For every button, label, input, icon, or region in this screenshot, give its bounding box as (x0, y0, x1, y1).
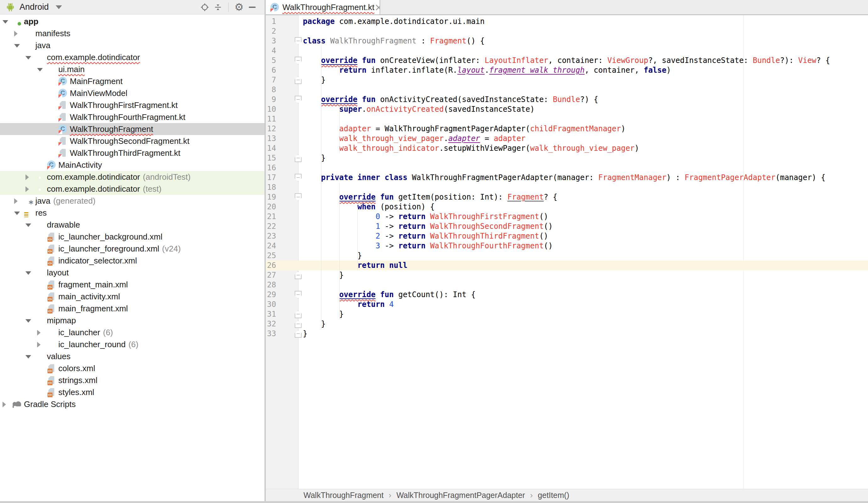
tree-row[interactable]: java (0, 39, 265, 51)
code-line[interactable]: 7 } (266, 75, 868, 85)
tree-row[interactable]: WalkThroughSecondFragment.kt (0, 135, 265, 147)
code-line[interactable]: 25 } (266, 251, 868, 261)
code-line[interactable]: 8 (266, 85, 868, 95)
project-view-selector[interactable]: Android (20, 2, 62, 12)
tree-row[interactable]: ic_launcher_foreground.xml(v24) (0, 243, 265, 255)
tree-row[interactable]: com.example.dotindicator(test) (0, 183, 265, 195)
code-line[interactable]: 18 (266, 183, 868, 192)
breadcrumb-item[interactable]: getItem() (538, 491, 569, 500)
tree-row[interactable]: res (0, 207, 265, 219)
tree-row[interactable]: ic_launcher(6) (0, 326, 265, 338)
chevron-down-icon[interactable] (25, 355, 31, 359)
code-line[interactable]: 12 adapter = WalkThroughFragmentPagerAda… (266, 124, 868, 134)
tree-row[interactable]: com.example.dotindicator(androidTest) (0, 171, 265, 183)
chevron-right-icon[interactable] (2, 402, 6, 407)
tree-row[interactable]: Gradle Scripts (0, 398, 265, 410)
code-line[interactable]: 4 (266, 46, 868, 56)
tree-row[interactable]: strings.xml (0, 374, 265, 386)
code-line[interactable]: 3class WalkThroughFragment : Fragment() … (266, 36, 868, 46)
code-line[interactable]: 11 (266, 114, 868, 124)
collapse-all-button[interactable] (211, 1, 225, 13)
tree-row[interactable]: WalkThroughFragment (0, 123, 265, 135)
code-line[interactable]: 6 return inflater.inflate(R.layout.fragm… (266, 66, 868, 75)
chevron-down-icon[interactable] (25, 223, 31, 227)
chevron-down-icon[interactable] (14, 212, 20, 215)
tree-row[interactable]: MainActivity (0, 159, 265, 171)
chevron-right-icon[interactable] (25, 174, 29, 180)
code-line[interactable]: 21 0 -> return WalkThroughFirstFragment(… (266, 212, 868, 222)
code-line[interactable]: 17 private inner class WalkThroughFragme… (266, 173, 868, 183)
code-line[interactable]: 15 } (266, 153, 868, 163)
chevron-down-icon[interactable] (2, 20, 8, 23)
code-line[interactable]: 19 override fun getItem(position: Int): … (266, 192, 868, 202)
code-editor[interactable]: 1package com.example.dotindicator.ui.mai… (266, 15, 868, 489)
tree-row[interactable]: main_fragment.xml (0, 302, 265, 314)
chevron-right-icon[interactable] (14, 31, 18, 37)
tree-item-text: WalkThroughThirdFragment.kt (70, 148, 180, 158)
tree-row[interactable]: com.example.dotindicator (0, 51, 265, 63)
chevron-down-icon[interactable] (25, 319, 31, 323)
tree-row[interactable]: java(generated) (0, 195, 265, 207)
tree-row[interactable]: drawable (0, 219, 265, 231)
chevron-right-icon[interactable] (37, 330, 41, 335)
code-line[interactable]: 16 (266, 163, 868, 173)
code-line[interactable]: 14 walk_through_indicator.setupWithViewP… (266, 143, 868, 153)
code-line[interactable]: 20 when (position) { (266, 202, 868, 212)
editor-tab[interactable]: WalkThroughFragment.kt × (266, 0, 380, 14)
tab-close-icon[interactable]: × (374, 2, 380, 12)
tree-row[interactable]: layout (0, 266, 265, 279)
locate-file-button[interactable] (198, 1, 211, 13)
code-line[interactable]: 29 override fun getCount(): Int { (266, 290, 868, 300)
xml-badge (48, 369, 52, 373)
code-line[interactable]: 27 } (266, 270, 868, 280)
tree-row[interactable]: manifests (0, 27, 265, 39)
tree-row[interactable]: MainFragment (0, 75, 265, 87)
tree-item-text: com.example.dotindicator (47, 184, 140, 194)
tree-row[interactable]: colors.xml (0, 362, 265, 374)
code-line[interactable]: 13 walk_through_view_pager.adapter = ada… (266, 134, 868, 143)
code-line[interactable]: 2 (266, 27, 868, 36)
tree-item-label: WalkThroughFourthFragment.kt (70, 111, 186, 123)
code-line[interactable]: 31 } (266, 309, 868, 319)
tree-row[interactable]: main_activity.xml (0, 291, 265, 302)
tree-row[interactable]: ui.main (0, 63, 265, 75)
tree-row[interactable]: WalkThroughThirdFragment.kt (0, 147, 265, 159)
tree-row[interactable]: MainViewModel (0, 87, 265, 99)
chevron-down-icon[interactable] (25, 56, 31, 60)
code-line[interactable]: 26 return null (266, 261, 868, 270)
tree-row[interactable]: mipmap (0, 314, 265, 326)
tree-row[interactable]: fragment_main.xml (0, 279, 265, 291)
hide-panel-button[interactable] (246, 1, 259, 13)
code-line[interactable]: 24 3 -> return WalkThroughFourthFragment… (266, 241, 868, 251)
tree-row[interactable]: WalkThroughFirstFragment.kt (0, 99, 265, 111)
code-line[interactable]: 22 1 -> return WalkThroughSecondFragment… (266, 222, 868, 231)
chevron-down-icon[interactable] (14, 44, 20, 48)
gen-badge (28, 201, 34, 207)
breadcrumb-item[interactable]: WalkThroughFragmentPagerAdapter (396, 491, 525, 500)
tree-row[interactable]: indicator_selector.xml (0, 255, 265, 266)
code-line[interactable]: 10 super.onActivityCreated(savedInstance… (266, 104, 868, 114)
code-line[interactable]: 5 override fun onCreateView(inflater: La… (266, 56, 868, 66)
code-line[interactable]: 33} (266, 329, 868, 339)
chevron-right-icon[interactable] (14, 198, 18, 204)
code-line[interactable]: 32 } (266, 319, 868, 329)
chevron-down-icon[interactable] (37, 68, 43, 71)
tree-row[interactable]: WalkThroughFourthFragment.kt (0, 111, 265, 123)
chevron-right-icon[interactable] (37, 342, 41, 348)
tree-row[interactable]: styles.xml (0, 386, 265, 398)
chevron-right-icon[interactable] (25, 187, 29, 192)
tree-row[interactable]: app (0, 16, 265, 27)
line-number: 17 (266, 173, 276, 183)
tree-row[interactable]: ic_launcher_background.xml (0, 231, 265, 243)
settings-button[interactable]: ⚙ (232, 1, 246, 13)
code-line[interactable]: 28 (266, 280, 868, 290)
tree-item-text: java (35, 196, 51, 205)
code-line[interactable]: 1package com.example.dotindicator.ui.mai… (266, 17, 868, 27)
code-line[interactable]: 30 return 4 (266, 300, 868, 309)
tree-row[interactable]: ic_launcher_round(6) (0, 338, 265, 350)
code-line[interactable]: 23 2 -> return WalkThroughThirdFragment(… (266, 231, 868, 241)
breadcrumb-item[interactable]: WalkThroughFragment (303, 491, 384, 500)
code-line[interactable]: 9 override fun onActivityCreated(savedIn… (266, 95, 868, 104)
chevron-down-icon[interactable] (25, 271, 31, 275)
tree-row[interactable]: values (0, 350, 265, 362)
